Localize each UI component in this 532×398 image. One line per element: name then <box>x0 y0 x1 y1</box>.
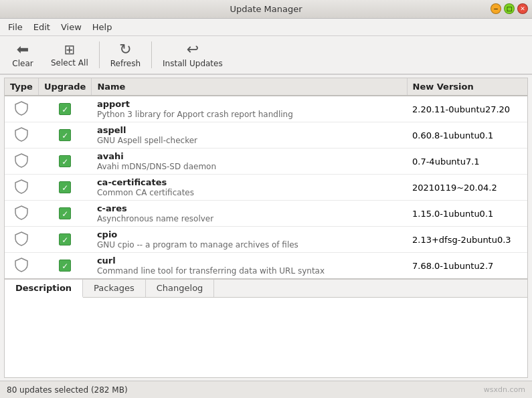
refresh-icon: ↻ <box>119 42 131 57</box>
col-header-type: Type <box>5 78 38 96</box>
table-row[interactable]: ✓ca-certificates Common CA certificates2… <box>5 175 527 201</box>
package-desc: Command line tool for transferring data … <box>97 266 325 276</box>
package-name: apport <box>97 99 130 109</box>
cell-version: 0.60.8-1ubuntu0.1 <box>407 122 527 148</box>
shield-icon <box>15 179 28 194</box>
select-all-icon: ⊞ <box>64 43 75 56</box>
toolbar-separator-2 <box>151 41 152 68</box>
menubar: File Edit View Help <box>0 19 532 36</box>
table-row[interactable]: ✓avahi Avahi mDNS/DNS-SD daemon0.7-4ubun… <box>5 148 527 175</box>
select-all-label: Select All <box>51 58 88 68</box>
cell-name: ca-certificates Common CA certificates <box>92 175 407 201</box>
table-header-row: Type Upgrade Name New Version <box>5 78 527 96</box>
package-desc: GNU Aspell spell-checker <box>97 136 197 145</box>
cell-version: 20210119~20.04.2 <box>407 175 527 201</box>
packages-table-container: Type Upgrade Name New Version ✓apport Py… <box>4 78 528 279</box>
cell-version: 2.13+dfsg-2ubuntu0.3 <box>407 227 527 253</box>
cell-type <box>5 148 38 175</box>
table-row[interactable]: ✓curl Command line tool for transferring… <box>5 253 527 279</box>
table-row[interactable]: ✓apport Python 3 library for Apport cras… <box>5 96 527 122</box>
package-name: avahi <box>97 151 124 161</box>
cell-name: avahi Avahi mDNS/DNS-SD daemon <box>92 148 407 175</box>
watermark: wsxdn.com <box>484 385 525 394</box>
cell-type <box>5 175 38 201</box>
cell-version: 0.7-4ubuntu7.1 <box>407 148 527 175</box>
upgrade-checkbox[interactable]: ✓ <box>59 207 71 219</box>
select-all-button[interactable]: ⊞ Select All <box>43 37 96 72</box>
install-label: Install Updates <box>163 59 223 68</box>
cell-upgrade[interactable]: ✓ <box>38 201 91 227</box>
menu-edit[interactable]: Edit <box>28 21 56 33</box>
package-name: aspell <box>97 125 126 135</box>
cell-name: cpio GNU cpio -- a program to manage arc… <box>92 227 407 253</box>
toolbar: ⬅ Clear ⊞ Select All ↻ Refresh ↩ Install… <box>0 36 532 75</box>
cell-upgrade[interactable]: ✓ <box>38 148 91 175</box>
shield-icon <box>15 231 28 246</box>
menu-view[interactable]: View <box>56 21 87 33</box>
menu-file[interactable]: File <box>3 21 28 33</box>
col-header-name: Name <box>92 78 407 96</box>
package-desc: Asynchronous name resolver <box>97 214 213 223</box>
table-row[interactable]: ✓aspell GNU Aspell spell-checker0.60.8-1… <box>5 122 527 148</box>
window-controls: − □ ✕ <box>491 3 528 14</box>
titlebar: Update Manager − □ ✕ <box>0 0 532 19</box>
shield-icon <box>15 153 28 168</box>
statusbar: 80 updates selected (282 MB) wsxdn.com <box>0 381 532 398</box>
tab-changelog[interactable]: Changelog <box>146 280 215 297</box>
install-icon: ↩ <box>187 42 199 57</box>
cell-name: aspell GNU Aspell spell-checker <box>92 122 407 148</box>
cell-type <box>5 96 38 122</box>
cell-upgrade[interactable]: ✓ <box>38 175 91 201</box>
close-button[interactable]: ✕ <box>517 3 528 14</box>
shield-icon <box>15 258 28 272</box>
bottom-panel: Description Packages Changelog <box>4 279 528 378</box>
refresh-label: Refresh <box>110 59 141 68</box>
clear-label: Clear <box>12 59 33 68</box>
tabs-row: Description Packages Changelog <box>5 280 527 298</box>
package-name: curl <box>97 256 116 266</box>
cell-upgrade[interactable]: ✓ <box>38 253 91 279</box>
cell-version: 2.20.11-0ubuntu27.20 <box>407 96 527 122</box>
cell-version: 1.15.0-1ubuntu0.1 <box>407 201 527 227</box>
cell-type <box>5 253 38 279</box>
minimize-button[interactable]: − <box>491 3 501 14</box>
tab-packages[interactable]: Packages <box>83 280 146 297</box>
tab-content-description <box>5 298 527 377</box>
clear-icon: ⬅ <box>17 42 29 57</box>
upgrade-checkbox[interactable]: ✓ <box>59 181 71 193</box>
cell-upgrade[interactable]: ✓ <box>38 122 91 148</box>
cell-version: 7.68.0-1ubuntu2.7 <box>407 253 527 279</box>
upgrade-checkbox[interactable]: ✓ <box>59 103 71 115</box>
packages-table: Type Upgrade Name New Version ✓apport Py… <box>5 78 527 279</box>
cell-type <box>5 227 38 253</box>
shield-icon <box>15 205 28 220</box>
install-updates-button[interactable]: ↩ Install Updates <box>155 37 231 72</box>
package-name: cpio <box>97 229 117 239</box>
cell-type <box>5 201 38 227</box>
cell-name: curl Command line tool for transferring … <box>92 253 407 279</box>
cell-type <box>5 122 38 148</box>
package-desc: Avahi mDNS/DNS-SD daemon <box>97 162 216 171</box>
table-body: ✓apport Python 3 library for Apport cras… <box>5 96 527 279</box>
table-row[interactable]: ✓cpio GNU cpio -- a program to manage ar… <box>5 227 527 253</box>
package-desc: GNU cpio -- a program to manage archives… <box>97 240 298 250</box>
cell-upgrade[interactable]: ✓ <box>38 227 91 253</box>
col-header-upgrade: Upgrade <box>38 78 91 96</box>
upgrade-checkbox[interactable]: ✓ <box>59 260 71 272</box>
package-desc: Common CA certificates <box>97 188 194 197</box>
upgrade-checkbox[interactable]: ✓ <box>59 155 71 167</box>
toolbar-separator-1 <box>99 41 100 68</box>
cell-upgrade[interactable]: ✓ <box>38 96 91 122</box>
package-desc: Python 3 library for Apport crash report… <box>97 110 293 119</box>
tab-description[interactable]: Description <box>5 280 83 298</box>
cell-name: c-ares Asynchronous name resolver <box>92 201 407 227</box>
maximize-button[interactable]: □ <box>504 3 515 14</box>
menu-help[interactable]: Help <box>87 21 118 33</box>
table-row[interactable]: ✓c-ares Asynchronous name resolver1.15.0… <box>5 201 527 227</box>
clear-button[interactable]: ⬅ Clear <box>3 37 43 72</box>
upgrade-checkbox[interactable]: ✓ <box>59 233 71 245</box>
package-name: ca-certificates <box>97 177 167 187</box>
upgrade-checkbox[interactable]: ✓ <box>59 129 71 141</box>
shield-icon <box>15 101 28 116</box>
refresh-button[interactable]: ↻ Refresh <box>102 37 149 72</box>
